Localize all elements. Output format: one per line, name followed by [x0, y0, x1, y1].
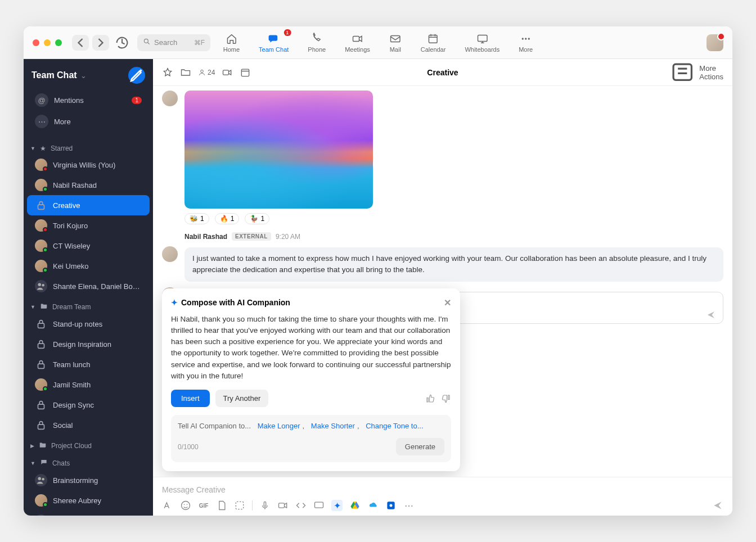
reaction[interactable]: 🦆1: [245, 213, 269, 224]
window-maximize[interactable]: [55, 39, 62, 46]
svg-rect-4: [478, 35, 487, 41]
reaction[interactable]: 🐝1: [184, 213, 209, 224]
window-minimize[interactable]: [44, 39, 51, 46]
avatar-icon: [35, 179, 47, 191]
sidebar-item-mentions[interactable]: @ Mentions 1: [27, 89, 150, 111]
onedrive-icon[interactable]: [367, 500, 379, 511]
video-call-icon[interactable]: [222, 67, 233, 78]
sidebar-item[interactable]: Kei Umeko: [27, 256, 150, 276]
section-starred[interactable]: ▼ ★ Starred: [24, 139, 153, 155]
star-icon[interactable]: [162, 67, 173, 78]
message-time: 9:20 AM: [276, 233, 300, 241]
attached-image[interactable]: [184, 91, 373, 209]
share-screen-icon[interactable]: [313, 500, 325, 511]
avatar-icon: [35, 494, 47, 507]
message-avatar[interactable]: [162, 91, 178, 106]
svg-rect-21: [223, 70, 229, 74]
window-close[interactable]: [33, 39, 39, 46]
section-project-cloud[interactable]: ▶ Project Cloud: [24, 435, 153, 453]
message-author[interactable]: Nabil Rashad: [184, 233, 227, 241]
tab-calendar[interactable]: Calendar: [417, 30, 449, 55]
emoji-icon[interactable]: [180, 500, 191, 511]
message-avatar[interactable]: [162, 246, 178, 262]
reactions: 🐝1🔥1🦆1: [184, 213, 723, 224]
sidebar-item[interactable]: CT Wiseley: [27, 236, 150, 256]
sidebar-item[interactable]: Nabil Rashad: [27, 175, 150, 195]
ai-sparkle-icon[interactable]: ✦: [331, 500, 343, 511]
tab-phone[interactable]: Phone: [304, 30, 329, 55]
send-icon[interactable]: [706, 310, 716, 320]
compose-input[interactable]: Message Creative: [162, 483, 723, 500]
user-avatar[interactable]: [706, 34, 723, 51]
video-icon: [351, 33, 363, 45]
sidebar-item[interactable]: Design syncs: [27, 511, 150, 516]
sidebar-item[interactable]: Design Inspiration: [27, 334, 150, 354]
tab-team-chat[interactable]: Team Chat 1: [255, 30, 292, 55]
sidebar-item-label: Shante Elena, Daniel Bow...: [53, 282, 142, 291]
sidebar-item[interactable]: Shante Elena, Daniel Bow...: [27, 276, 150, 296]
try-another-button[interactable]: Try Another: [215, 390, 269, 407]
section-chats[interactable]: ▼ Chats: [24, 453, 153, 470]
move-to-folder-icon[interactable]: [180, 67, 191, 78]
sidebar-item[interactable]: Virginia Willis (You): [27, 155, 150, 175]
disclosure-icon: ▶: [30, 443, 34, 449]
screenshot-icon[interactable]: [234, 500, 245, 511]
audio-icon[interactable]: [259, 500, 271, 511]
file-icon[interactable]: [216, 500, 227, 511]
compose-button[interactable]: [128, 67, 145, 84]
disclosure-icon: ▼: [30, 304, 35, 310]
send-icon[interactable]: [712, 500, 723, 511]
more-apps-icon[interactable]: ⋯: [403, 500, 415, 511]
ellipsis-icon: ⋯: [35, 115, 48, 128]
tab-mail[interactable]: Mail: [386, 30, 405, 55]
schedule-icon[interactable]: [240, 67, 251, 78]
insert-button[interactable]: Insert: [171, 390, 210, 407]
nav-back-button[interactable]: [72, 35, 89, 51]
section-dream-team[interactable]: ▼ Dream Team: [24, 296, 153, 314]
tab-whiteboards[interactable]: Whiteboards: [461, 30, 503, 55]
sidebar-item[interactable]: Tori Kojuro: [27, 215, 150, 236]
sidebar-item[interactable]: Jamil Smith: [27, 374, 150, 395]
nav-arrows: [72, 35, 109, 51]
reaction-count: 1: [200, 215, 204, 223]
close-icon[interactable]: ✕: [444, 297, 451, 308]
tab-more[interactable]: More: [515, 30, 536, 55]
change-tone-link[interactable]: Change Tone to...: [366, 422, 423, 430]
reaction[interactable]: 🔥1: [215, 213, 240, 224]
sidebar-item[interactable]: Creative: [27, 195, 150, 215]
thumbs-down-icon[interactable]: [441, 392, 451, 405]
history-button[interactable]: [114, 35, 130, 51]
google-drive-icon[interactable]: [349, 500, 361, 511]
tab-meetings[interactable]: Meetings: [341, 30, 374, 55]
sidebar-item[interactable]: Sheree Aubrey: [27, 490, 150, 511]
sidebar-item[interactable]: Stand-up notes: [27, 314, 150, 334]
ai-prompt-box: Tell AI Companion to... Make Longer, Mak…: [171, 415, 451, 462]
sidebar-item-label: Sheree Aubrey: [53, 496, 101, 505]
ai-generated-text: Hi Nabil, thank you so much for taking t…: [171, 314, 451, 382]
thumbs-up-icon[interactable]: [425, 392, 435, 405]
avatar-icon: [35, 260, 47, 272]
sidebar-item-more[interactable]: ⋯ More: [27, 111, 150, 132]
sidebar-item[interactable]: Brainstorming: [27, 470, 150, 490]
record-video-icon[interactable]: [277, 500, 289, 511]
sidebar-item[interactable]: Design Sync: [27, 395, 150, 415]
search-input[interactable]: Search ⌘F: [137, 34, 210, 51]
chat-body: 🐝1🔥1🦆1 Nabil Rashad EXTERNAL 9:20 AM I j…: [153, 86, 732, 477]
box-icon[interactable]: [385, 500, 397, 511]
member-count[interactable]: 24: [198, 69, 215, 76]
make-longer-link[interactable]: Make Longer: [258, 422, 300, 430]
svg-point-32: [182, 502, 190, 510]
gif-icon[interactable]: GIF: [198, 500, 209, 511]
svg-point-34: [187, 504, 188, 505]
chevron-down-icon[interactable]: ⌄: [80, 71, 87, 80]
tab-home[interactable]: Home: [220, 30, 243, 55]
sidebar-item[interactable]: Team lunch: [27, 354, 150, 374]
format-icon[interactable]: [162, 500, 173, 511]
generate-button[interactable]: Generate: [396, 438, 444, 455]
sidebar-item[interactable]: Social: [27, 415, 150, 435]
nav-forward-button[interactable]: [92, 35, 109, 51]
make-shorter-link[interactable]: Make Shorter: [311, 422, 355, 430]
more-actions-button[interactable]: More Actions: [669, 59, 723, 86]
code-icon[interactable]: [295, 500, 307, 511]
svg-rect-14: [38, 404, 44, 409]
